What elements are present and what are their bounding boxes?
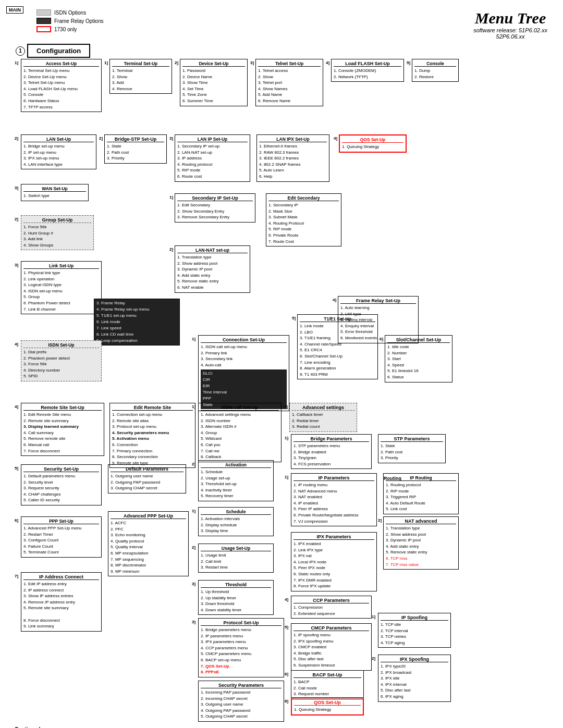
security-setup-items: 1. Default parameters menu2. Security le… bbox=[23, 473, 99, 503]
bridge-stp-title: Bridge-STP Set-Up bbox=[107, 137, 164, 142]
remote-site-box: Remote Site Set-Up 1. Edit Remote Site m… bbox=[21, 403, 104, 456]
lan-nat-title: LAN-NAT set-up bbox=[177, 248, 248, 253]
qos-setup-title2: QOS Set-Up bbox=[294, 700, 361, 706]
lan-ipx-title: LAN IPX Set-Up bbox=[259, 137, 327, 142]
default-params-box: Default Parameters 1. Outgoing user name… bbox=[108, 464, 186, 493]
qos-setup-box2: QOS Set-Up 1. Queuing Strategy bbox=[291, 697, 364, 715]
thresh-num: 3] bbox=[192, 582, 195, 586]
sched-num: 1] bbox=[192, 509, 195, 513]
group-setup-title: Group Set-Up bbox=[23, 217, 91, 223]
ppp-setup-items: 1. Advanced PPP Set-Up menu2. Restart Ti… bbox=[23, 525, 99, 556]
access-setup-items: 1. Terminal Set-Up menu 2. Device Set-Up… bbox=[23, 68, 99, 110]
legend-isdn-label: ISDN Options bbox=[54, 10, 86, 16]
conn-num: 1] bbox=[192, 337, 195, 341]
advanced-settings-title: Advanced settings bbox=[292, 405, 354, 411]
stp-params-items: 1. State2. Path cost3. Priority bbox=[381, 443, 443, 461]
bridge-params-box: Bridge Parameters 1. STP parameters menu… bbox=[291, 434, 372, 469]
connection-setup-box: Connection Set-Up 1. ISDN call set-up me… bbox=[198, 335, 289, 411]
terminal-setup-items: 1. Terminal2. Show3. Add4. Remove bbox=[112, 68, 169, 92]
row1-num5: 4] bbox=[326, 60, 329, 65]
ipx-spoofing-box: IPX Spoofing 1. IPX type202. IPX broadca… bbox=[378, 655, 451, 702]
sec-ip-num: 1] bbox=[169, 195, 173, 200]
link-setup-items: 1. Physical link type 2. Link operation … bbox=[23, 270, 99, 312]
adv-num: 1] bbox=[284, 404, 288, 409]
wan-setup-items: 1. Switch type bbox=[23, 193, 86, 199]
ip-spoofing-box: IP Spoofing 1. TCP idle2. TCP interval3.… bbox=[378, 613, 451, 648]
ip-addr-num: 7] bbox=[15, 574, 18, 578]
stp-params-box: STP Parameters 1. State2. Path cost3. Pr… bbox=[378, 434, 446, 463]
ipx-params-items: 1. IPX enabled2. Link IPX type3. IPX nal… bbox=[293, 541, 374, 589]
ip-address-items: 1. Edit IP address entry 2. IP address c… bbox=[23, 581, 99, 630]
secondary-ip-items: 1. Edit Secondary2. Show Secondary Entry… bbox=[177, 202, 253, 220]
link-num: 3] bbox=[15, 263, 18, 267]
ip-params-box: IP Parameters 1. IP routing menu 2. NAT … bbox=[291, 473, 377, 526]
remote-site-num: 4] bbox=[15, 404, 18, 409]
activation-items: 1. Schedule2. Usage set-up3. Threshold s… bbox=[201, 469, 271, 499]
lan-setup-items: 1. Bridge set-up menu2. IP set-up menu3.… bbox=[23, 143, 94, 167]
isdn-num: 4] bbox=[15, 342, 18, 347]
ipx-params-box: IPX Parameters 1. IPX enabled2. Link IPX… bbox=[291, 532, 377, 591]
row2-num2: 2] bbox=[99, 136, 103, 141]
ccp-num: 4] bbox=[285, 597, 288, 602]
isdn-setup-box: ISDN Set-Up 1. Dial prefix2. Phantom pow… bbox=[21, 340, 102, 381]
usage-setup-box: Usage Set-Up 1. Usage limit2. Call limit… bbox=[198, 544, 274, 573]
lan-setup-title: LAN Set-Up bbox=[23, 137, 94, 142]
ppp-setup-title: PPP Set-Up bbox=[23, 519, 99, 524]
ip-spoofing-title: IP Spoofing bbox=[381, 615, 448, 621]
page: MAIN ISDN Options Frame Relay Options 17… bbox=[0, 0, 563, 728]
usage-setup-items: 1. Usage limit2. Call limit3. Restart ti… bbox=[201, 552, 271, 571]
lan-nat-box: LAN-NAT set-up 1. Translation type2. Sho… bbox=[175, 245, 250, 293]
t1e1-num: 5] bbox=[292, 316, 296, 320]
legend-1730-label: 1730 only bbox=[54, 27, 77, 32]
legend: ISDN Options Frame Relay Options 1730 on… bbox=[36, 9, 103, 32]
bacp-num: 6] bbox=[285, 672, 288, 676]
link-setup-box: Link Set-Up 1. Physical link type 2. Lin… bbox=[21, 261, 102, 314]
t1e1-setup-items: 1. Link mode2. LBO3. T1/E1 framing4. Cha… bbox=[300, 323, 375, 377]
frame-relay-num: 4] bbox=[333, 298, 336, 302]
security-params-items: 1. Incoming PAP password 2. Incoming CHA… bbox=[201, 689, 282, 720]
telnet-setup-items: 1. Telnet access2. Show3. Telnet port4. … bbox=[258, 68, 321, 104]
lan-setup-box: LAN Set-Up 1. Bridge set-up menu2. IP se… bbox=[21, 134, 96, 169]
row1-num3: 2] bbox=[175, 60, 178, 65]
cmcp-params-items: 1. IP spoofing menu2. IPX spoofing menu3… bbox=[293, 632, 369, 669]
row1-num4: 3] bbox=[250, 60, 254, 65]
connection-setup-title: Connection Set-Up bbox=[201, 337, 287, 343]
config-box: Configuration bbox=[27, 44, 90, 58]
schedule-box: Schedule 1. Activation intervals2. Displ… bbox=[198, 507, 274, 536]
qos-setup-items2: 1. Queuing Strategy bbox=[294, 707, 361, 713]
row2-num: 2] bbox=[15, 136, 18, 141]
wan-setup-title: WAN Set-Up bbox=[23, 186, 86, 192]
ip-spoofing-items: 1. TCP idle2. TCP interval3. TCP retries… bbox=[381, 622, 448, 646]
ip-params-num: 1] bbox=[285, 475, 288, 479]
ip-spoofing-num: 1] bbox=[372, 614, 375, 619]
usage-num: 2] bbox=[192, 545, 195, 550]
isdn-call-box: ISDN call Set-Up 1. Advanced settings me… bbox=[198, 403, 282, 462]
usage-setup-title: Usage Set-Up bbox=[201, 546, 271, 551]
ip-params-title: IP Parameters bbox=[293, 475, 374, 481]
adv-ppp-items: 1. ACFC2. PFC3. Echo monitoring4. Qualit… bbox=[111, 520, 186, 574]
edit-remote-title: Edit Remote Site bbox=[112, 405, 193, 411]
ipx-spoofing-title: IPX Spoofing bbox=[381, 657, 448, 662]
isdn-setup-items: 1. Dial prefix2. Phantom power detect3. … bbox=[23, 349, 99, 379]
legend-black-box bbox=[36, 18, 51, 24]
ipx-spoofing-items: 1. IPX type202. IPX broadcast3. IPX idle… bbox=[381, 663, 448, 700]
remote-site-title: Remote Site Set-Up bbox=[23, 405, 102, 411]
console-title: Console bbox=[414, 61, 456, 67]
console-items: 1. Dump2. Restore bbox=[414, 68, 456, 80]
edit-remote-items: 1. Connection set-up menu 2. Remote site… bbox=[112, 412, 193, 466]
proto-num: 3] bbox=[192, 620, 195, 624]
slot-channel-items: 1. Idle code2. Number3. Start4. Speed5. … bbox=[387, 344, 450, 380]
ccp-params-items: 1. Compression2. Extended sequence bbox=[293, 604, 369, 616]
group-setup-box: Group Set-Up 1. Force 56k2. Hunt Group #… bbox=[21, 215, 94, 250]
default-params-title: Default Parameters bbox=[111, 466, 183, 472]
bacp-items: 1. BACP2. Call mode3. Request number bbox=[293, 679, 361, 697]
isdn-call-title: ISDN call Set-Up bbox=[201, 405, 279, 411]
security-params-title: Security Parameters bbox=[201, 683, 282, 688]
edit-secondary-items: 1. Secondary IP2. Mask Size3. Subnet Mas… bbox=[268, 202, 339, 244]
threshold-box: Threshold 1. Up threshold2. Up stability… bbox=[198, 580, 274, 615]
row1-num2: 1] bbox=[104, 60, 108, 65]
terminal-setup-box: Terminal Set-Up 1. Terminal2. Show3. Add… bbox=[109, 59, 172, 94]
bridge-params-num: 1] bbox=[285, 436, 288, 440]
access-setup-title: Access Set-Up bbox=[23, 61, 99, 67]
nat-advanced-box: NAT advanced 1. Translation type 2. Show… bbox=[383, 516, 459, 570]
